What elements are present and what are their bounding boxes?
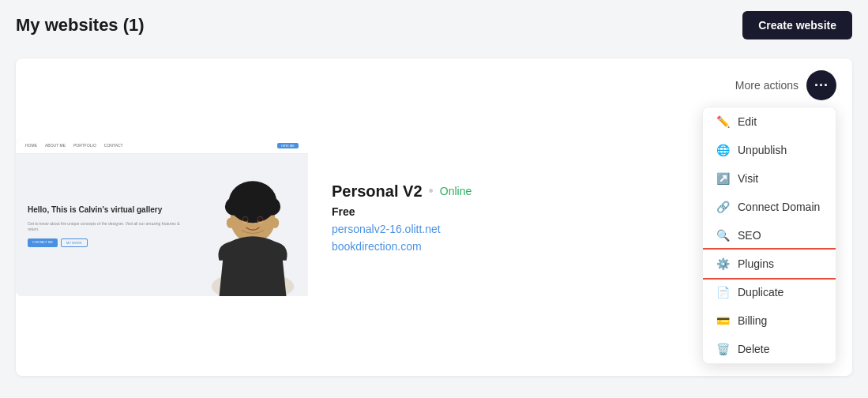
dropdown-menu: ✏️ Edit 🌐 Unpublish ↗️ Visit 🔗 Connect D… [702,107,836,364]
thumb-nav-home: HOME [25,143,37,148]
billing-icon: 💳 [716,314,730,327]
thumb-person [197,154,308,296]
unpublish-icon: 🌐 [716,144,730,156]
menu-item-delete-label: Delete [738,343,769,355]
site-name-row: Personal V2 • Online [332,182,663,201]
thumb-body: Hello, This is Calvin's virtual gallery … [16,154,308,296]
svg-point-14 [272,218,279,228]
site-link-secondary[interactable]: bookdirection.com [332,240,663,253]
menu-item-unpublish-label: Unpublish [738,144,787,156]
svg-point-8 [245,187,261,204]
menu-item-visit[interactable]: ↗️ Visit [703,164,836,193]
website-card: HOME ABOUT ME PORTFOLIO CONTACT HIRE ME … [16,58,852,376]
menu-item-seo-label: SEO [738,229,761,242]
thumb-btn-secondary: MY WORK [61,238,87,247]
page-header: My websites (1) Create website [0,0,868,51]
thumb-buttons: CONTACT ME MY WORK [28,238,186,247]
menu-item-billing-label: Billing [738,314,767,327]
menu-item-plugins[interactable]: ⚙️ Plugins [703,250,836,278]
thumb-nav-contact: CONTACT [104,143,123,148]
svg-point-11 [242,217,248,222]
connect-domain-icon: 🔗 [716,201,730,213]
dot-separator: • [429,183,434,200]
menu-item-connect-domain-label: Connect Domain [738,201,820,213]
thumb-nav-about: ABOUT ME [45,143,66,148]
plan-badge: Free [332,205,663,218]
thumb-btn-primary: CONTACT ME [28,238,58,247]
svg-point-12 [257,217,263,222]
seo-icon: 🔍 [716,229,730,242]
site-link-primary[interactable]: personalv2-16.olitt.net [332,223,663,235]
menu-item-delete[interactable]: 🗑️ Delete [703,335,836,363]
create-website-button[interactable]: Create website [742,11,852,39]
main-content: HOME ABOUT ME PORTFOLIO CONTACT HIRE ME … [0,51,868,392]
more-actions-label: More actions [735,79,798,92]
thumb-nav: HOME ABOUT ME PORTFOLIO CONTACT HIRE ME [16,138,308,154]
thumb-nav-cta: HIRE ME [277,143,299,148]
duplicate-icon: 📄 [716,286,730,298]
website-thumbnail: HOME ABOUT ME PORTFOLIO CONTACT HIRE ME … [16,138,308,296]
menu-item-connect-domain[interactable]: 🔗 Connect Domain [703,193,836,221]
svg-point-13 [227,218,234,228]
more-actions-button[interactable]: ··· [806,70,836,100]
menu-item-duplicate[interactable]: 📄 Duplicate [703,278,836,306]
menu-item-edit-label: Edit [738,115,757,128]
menu-item-edit[interactable]: ✏️ Edit [703,107,836,136]
status-badge: Online [440,185,472,197]
edit-icon: ✏️ [716,115,730,128]
menu-item-unpublish[interactable]: 🌐 Unpublish [703,136,836,164]
thumb-text-area: Hello, This is Calvin's virtual gallery … [16,154,197,296]
menu-item-seo[interactable]: 🔍 SEO [703,221,836,250]
more-actions-area: More actions ··· ✏️ Edit 🌐 Unpublish ↗️ … [686,58,852,376]
visit-icon: ↗️ [716,172,730,185]
person-illustration [201,156,304,296]
delete-icon: 🗑️ [716,343,730,355]
menu-item-duplicate-label: Duplicate [738,286,783,298]
plugins-icon: ⚙️ [716,257,730,270]
menu-item-plugins-label: Plugins [738,257,774,270]
menu-item-billing[interactable]: 💳 Billing [703,306,836,335]
website-info: Personal V2 • Online Free personalv2-16.… [308,167,686,268]
menu-item-visit-label: Visit [738,172,758,185]
thumb-heading: Hello, This is Calvin's virtual gallery [28,205,186,215]
site-name: Personal V2 [332,182,423,201]
page-title: My websites (1) [16,15,145,36]
thumb-body-text: Get to know about the unique concepts of… [28,221,186,232]
more-actions-row: More actions ··· [735,70,836,100]
thumb-nav-portfolio: PORTFOLIO [73,143,96,148]
